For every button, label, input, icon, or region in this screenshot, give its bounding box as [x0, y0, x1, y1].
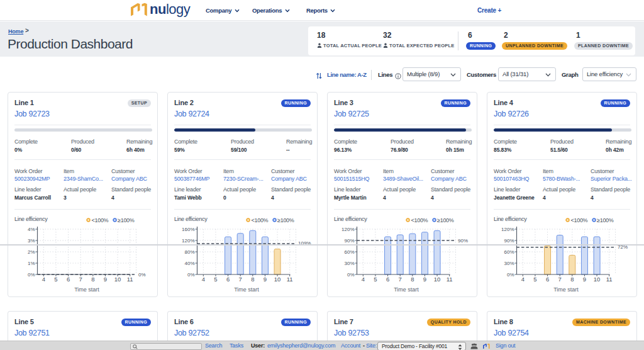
svg-text:7: 7 — [558, 276, 562, 283]
svg-text:109%: 109% — [298, 240, 311, 246]
svg-text:9: 9 — [104, 276, 107, 283]
svg-text:11: 11 — [287, 276, 293, 283]
svg-text:90%: 90% — [504, 238, 514, 244]
svg-text:11: 11 — [606, 276, 613, 283]
svg-text:8: 8 — [251, 276, 254, 283]
svg-text:6: 6 — [386, 276, 389, 283]
svg-text:4: 4 — [362, 276, 365, 283]
svg-text:0%: 0% — [28, 272, 35, 278]
svg-text:Time start: Time start — [74, 286, 99, 293]
svg-text:120%: 120% — [501, 227, 514, 232]
svg-text:120%: 120% — [341, 227, 354, 232]
svg-text:5: 5 — [54, 276, 57, 283]
svg-text:30%: 30% — [344, 261, 354, 266]
svg-text:5: 5 — [374, 276, 377, 283]
svg-text:160%: 160% — [182, 227, 194, 232]
svg-text:Time start: Time start — [553, 286, 579, 293]
svg-text:90%: 90% — [344, 238, 354, 244]
svg-text:9: 9 — [264, 276, 267, 283]
svg-text:6: 6 — [546, 276, 549, 283]
svg-text:11: 11 — [127, 276, 133, 283]
svg-text:0%: 0% — [138, 272, 146, 278]
svg-text:3%: 3% — [28, 238, 35, 244]
svg-text:2%: 2% — [28, 249, 35, 255]
svg-text:4%: 4% — [28, 227, 35, 232]
svg-text:11: 11 — [447, 276, 453, 283]
svg-text:0%: 0% — [347, 272, 355, 278]
svg-text:5: 5 — [214, 276, 217, 283]
svg-text:1%: 1% — [28, 261, 35, 266]
svg-text:4: 4 — [42, 276, 45, 283]
svg-text:Time start: Time start — [394, 286, 419, 293]
svg-text:5: 5 — [533, 276, 536, 283]
svg-text:7: 7 — [79, 276, 82, 283]
svg-text:7: 7 — [239, 276, 242, 283]
svg-text:9: 9 — [423, 276, 426, 283]
svg-text:7: 7 — [399, 276, 402, 283]
svg-text:4: 4 — [521, 276, 525, 283]
svg-text:8: 8 — [411, 276, 414, 283]
svg-text:90%: 90% — [458, 238, 468, 244]
svg-text:30%: 30% — [504, 261, 514, 266]
svg-text:0%: 0% — [507, 272, 514, 278]
svg-text:0%: 0% — [187, 272, 195, 278]
svg-text:9: 9 — [583, 276, 586, 283]
svg-text:60%: 60% — [504, 249, 514, 255]
svg-text:6: 6 — [226, 276, 230, 283]
svg-text:4: 4 — [202, 276, 205, 283]
svg-text:120%: 120% — [182, 238, 194, 244]
svg-text:60%: 60% — [344, 249, 354, 255]
svg-text:10: 10 — [114, 276, 121, 283]
svg-text:10: 10 — [594, 276, 601, 283]
svg-text:6: 6 — [67, 276, 70, 283]
svg-text:Time start: Time start — [234, 286, 259, 293]
svg-text:80%: 80% — [184, 249, 194, 255]
svg-text:40%: 40% — [184, 261, 194, 266]
svg-text:8: 8 — [570, 276, 574, 283]
svg-text:8: 8 — [91, 276, 94, 283]
svg-text:10: 10 — [434, 276, 441, 283]
svg-text:10: 10 — [274, 276, 281, 283]
